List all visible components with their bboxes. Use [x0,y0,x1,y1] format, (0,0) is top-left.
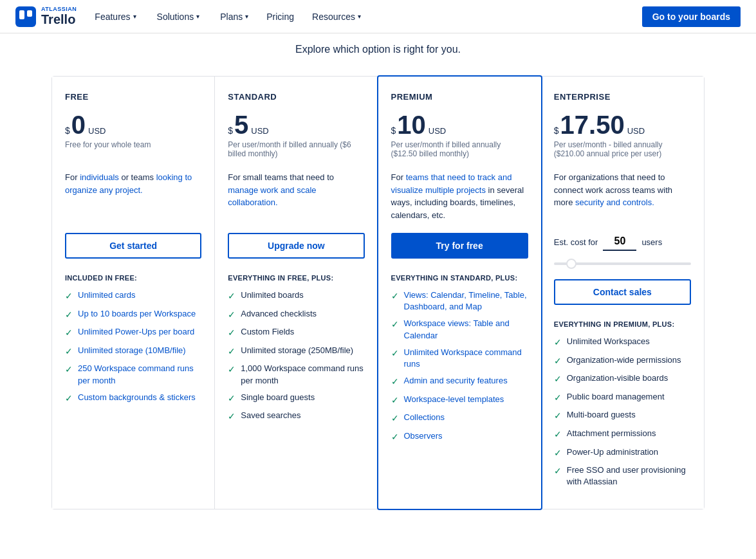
plan-enterprise-name: ENTERPRISE [554,92,691,102]
trello-logo-icon [15,6,36,27]
check-icon: ✓ [228,309,235,322]
chevron-down-icon: ▾ [133,13,136,20]
plan-enterprise: ENTERPRISE $ 17.50 USD Per user/month - … [541,77,704,509]
nav-features[interactable]: Features ▾ [92,12,138,22]
list-item: ✓Saved searches [228,410,364,423]
plan-premium-features: ✓Views: Calendar, Timeline, Table, Dashb… [391,289,528,444]
check-icon: ✓ [391,290,399,303]
enterprise-desc-link[interactable]: security and controls. [575,197,654,207]
standard-desc-link[interactable]: manage work and scale collaboration. [228,185,316,208]
check-icon: ✓ [65,327,73,340]
navbar-left: ATLASSIAN Trello Features ▾ Solutions ▾ … [15,6,364,27]
check-icon: ✓ [391,318,399,331]
list-item: ✓Observers [391,430,528,444]
premium-desc-link1[interactable]: teams that need to track and visualize m… [391,172,512,195]
check-icon: ✓ [554,410,562,423]
price-usd: USD [627,126,645,136]
check-icon: ✓ [554,465,562,478]
list-item: ✓Unlimited storage (250MB/file) [228,345,364,358]
plan-standard-features-label: EVERYTHING IN FREE, PLUS: [228,274,364,282]
plan-free-name: FREE [65,92,201,102]
list-item: ✓250 Workspace command runs per month [65,363,201,386]
go-to-boards-button[interactable]: Go to your boards [642,6,741,27]
price-dollar: $ [65,125,70,136]
check-icon: ✓ [228,290,235,303]
pricing-grid: FREE $ 0 USD Free for your whole team Fo… [51,76,705,509]
check-icon: ✓ [554,447,562,460]
hero-subtitle: Explore which option is right for you. [15,44,741,55]
chevron-down-icon: ▾ [358,13,361,20]
check-icon: ✓ [228,392,235,405]
standard-upgrade-button[interactable]: Upgrade now [228,233,364,259]
list-item: ✓Organization-visible boards [554,372,691,386]
check-icon: ✓ [228,410,235,423]
plan-premium: PREMIUM $ 10 USD Per user/month if bille… [377,75,542,510]
list-item: ✓Collections [391,412,528,425]
svg-rect-2 [27,10,32,17]
atlassian-label: ATLASSIAN [41,6,77,12]
check-icon: ✓ [391,431,399,444]
users-slider[interactable] [554,262,691,265]
check-icon: ✓ [391,376,399,389]
list-item: ✓Custom Fields [228,326,364,340]
svg-rect-1 [19,10,24,19]
free-desc-link1[interactable]: individuals [80,172,119,182]
list-item: ✓Attachment permissions [554,428,691,441]
plan-enterprise-price-row: $ 17.50 USD [554,112,691,138]
check-icon: ✓ [554,355,562,368]
check-icon: ✓ [554,392,562,405]
check-icon: ✓ [228,327,235,340]
nav-pricing[interactable]: Pricing [266,12,294,22]
check-icon: ✓ [65,345,73,358]
list-item: ✓Views: Calendar, Timeline, Table, Dashb… [391,289,528,313]
plan-free-price-note: Free for your whole team [65,140,201,161]
nav-plans[interactable]: Plans ▾ [217,12,251,22]
list-item: ✓Unlimited Workspace command runs [391,347,528,370]
price-amount: 17.50 [560,112,625,138]
plan-free-price-row: $ 0 USD [65,112,201,138]
price-dollar: $ [554,125,559,136]
free-get-started-button[interactable]: Get started [65,233,201,259]
plan-enterprise-desc: For organizations that need to connect w… [554,171,691,223]
svg-rect-0 [15,6,36,27]
list-item: ✓Workspace-level templates [391,394,528,407]
plan-premium-desc: For teams that need to track and visuali… [391,171,528,223]
navbar: ATLASSIAN Trello Features ▾ Solutions ▾ … [0,0,756,33]
plan-standard-price-row: $ 5 USD [228,112,364,138]
enterprise-contact-button[interactable]: Contact sales [554,279,691,305]
list-item: ✓Power-Up administration [554,446,691,460]
plan-standard: STANDARD $ 5 USD Per user/month if bille… [215,77,378,509]
premium-try-button[interactable]: Try for free [391,233,528,259]
plan-premium-name: PREMIUM [391,92,528,102]
plan-premium-features-label: EVERYTHING IN STANDARD, PLUS: [391,274,528,282]
nav-solutions[interactable]: Solutions ▾ [154,12,203,22]
check-icon: ✓ [391,394,399,407]
list-item: ✓Unlimited storage (10MB/file) [65,345,201,358]
chevron-down-icon: ▾ [196,13,199,20]
nav-resources[interactable]: Resources ▾ [309,12,364,22]
check-icon: ✓ [228,363,235,376]
plan-free-desc: For individuals or teams looking to orga… [65,171,201,223]
price-usd: USD [429,126,446,136]
logo[interactable]: ATLASSIAN Trello [15,6,77,27]
price-amount: 10 [397,112,426,138]
check-icon: ✓ [228,345,235,358]
users-input[interactable] [603,233,636,251]
check-icon: ✓ [65,309,73,322]
list-item: ✓Advanced checklists [228,308,364,322]
plan-free: FREE $ 0 USD Free for your whole team Fo… [52,77,215,509]
users-label: users [641,237,662,247]
price-dollar: $ [391,125,396,136]
list-item: ✓Admin and security features [391,375,528,389]
check-icon: ✓ [554,336,562,349]
enterprise-cost-section: Est. cost for users [554,233,691,269]
plan-standard-name: STANDARD [228,92,364,102]
plan-enterprise-features: ✓Unlimited Workspaces ✓Organization-wide… [554,336,691,488]
plan-standard-features: ✓Unlimited boards ✓Advanced checklists ✓… [228,289,364,423]
check-icon: ✓ [554,428,562,441]
chevron-down-icon: ▾ [245,13,248,20]
check-icon: ✓ [391,412,399,425]
list-item: ✓Single board guests [228,392,364,405]
hero-section: Explore which option is right for you. [0,33,756,76]
list-item: ✓Workspace views: Table and Calendar [391,318,528,341]
